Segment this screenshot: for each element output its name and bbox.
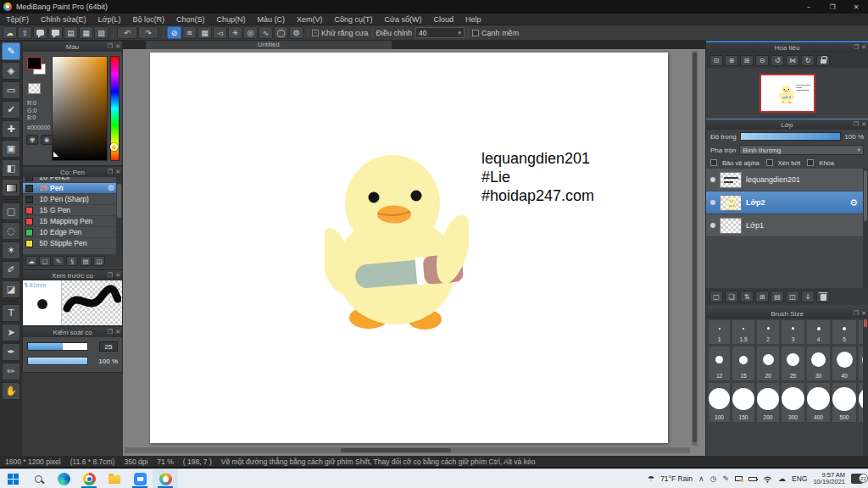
navigator-header[interactable]: Hoa tiêu ❐✕ <box>706 42 868 53</box>
chat-panel-button[interactable] <box>48 26 63 39</box>
snap-off-button[interactable]: ⊘ <box>167 26 181 39</box>
close-button[interactable]: ✕ <box>844 0 868 14</box>
brush-size-scrollbar[interactable] <box>863 319 868 456</box>
eraser-tool[interactable]: ◈ <box>2 62 20 80</box>
select-pen-tool[interactable]: ✐ <box>2 261 20 279</box>
saturation-value-picker[interactable] <box>52 56 108 161</box>
close-icon[interactable]: ✕ <box>115 272 120 279</box>
palette-add-button[interactable]: ❀ <box>41 135 53 145</box>
menu-item-window[interactable]: Cửa sổ(W) <box>379 14 428 25</box>
hand-tool[interactable]: ✋ <box>2 382 20 400</box>
operation-tool[interactable]: ➤ <box>2 324 20 341</box>
pen-tray-icon[interactable]: ✎ <box>722 474 729 483</box>
brush-row-g-pen[interactable]: 15G Pen <box>23 205 116 216</box>
layer-list-scrollbar[interactable] <box>863 169 868 288</box>
brush-size-option[interactable]: 40 <box>832 346 857 381</box>
document-button[interactable]: ▤ <box>64 26 78 39</box>
layer-opacity-slider[interactable] <box>740 132 842 141</box>
select-rect-tool[interactable]: ▢ <box>2 202 20 220</box>
magic-wand-tool[interactable]: ✶ <box>2 241 20 259</box>
rotate-cw-button[interactable]: ↻ <box>801 55 815 66</box>
close-icon[interactable]: ✕ <box>115 169 120 175</box>
layer-visibility-toggle[interactable] <box>710 200 715 205</box>
snap-ellipse-button[interactable]: ◯ <box>274 26 288 39</box>
onedrive-icon[interactable]: ☁ <box>778 474 786 483</box>
divide-tool[interactable]: ✏ <box>2 363 20 380</box>
move-tool[interactable]: ✚ <box>2 120 20 138</box>
brush-size-option[interactable]: 25 <box>781 346 805 381</box>
new-layer-button[interactable]: ▢ <box>709 291 723 302</box>
preview-panel-header[interactable]: Xem trước cọ ❐✕ <box>23 270 122 280</box>
brush-row-pen[interactable]: 25Pen⚙ <box>23 183 116 194</box>
cloud-button[interactable]: ☁ <box>3 26 17 39</box>
close-icon[interactable]: ✕ <box>861 44 866 51</box>
comment-button[interactable] <box>33 26 47 39</box>
brush-size-value[interactable]: 25 <box>99 341 118 352</box>
menu-item-tools[interactable]: Công cụ(T) <box>329 14 379 25</box>
menu-item-help[interactable]: Help <box>459 14 487 25</box>
snap-grid-button[interactable]: ▦ <box>198 26 212 39</box>
brush-size-option[interactable]: 2 <box>756 319 780 345</box>
display-tray-icon[interactable] <box>735 476 743 481</box>
brush-new-button[interactable]: ▢ <box>39 256 51 266</box>
lock-view-button[interactable] <box>816 55 830 66</box>
clipping-checkbox[interactable]: Xén bớt <box>766 159 801 167</box>
brush-size-option[interactable]: 15 <box>732 346 755 381</box>
brush-row-edge-pen[interactable]: 10Edge Pen <box>23 227 116 238</box>
foreground-color-swatch[interactable] <box>27 57 42 69</box>
redo-button[interactable]: ↷ <box>138 26 159 39</box>
menu-item-file[interactable]: Tệp(F) <box>0 14 35 25</box>
canvas-vertical-scrollbar[interactable] <box>692 51 698 446</box>
brush-tool[interactable]: ✎ <box>2 42 20 60</box>
zoom-reset-button[interactable]: ⊡ <box>709 55 723 66</box>
brush-size-option[interactable]: 20 <box>756 346 780 381</box>
taskbar-edge-button[interactable] <box>51 469 76 488</box>
brush-size-option[interactable]: 30 <box>806 346 831 381</box>
notification-center-button[interactable]: 22 <box>851 474 863 484</box>
snap-parallel-button[interactable]: ≋ <box>182 26 197 39</box>
brush-row-pen-sharp[interactable]: 10Pen (Sharp) <box>23 194 116 205</box>
brush-edit-button[interactable]: ✎ <box>53 256 64 266</box>
canvas-tab-untitled[interactable]: Untitled <box>146 41 392 49</box>
select-eraser-tool[interactable]: ◪ <box>2 280 20 298</box>
delete-layer-button[interactable] <box>816 291 830 302</box>
clock-tray-icon[interactable]: ◷ <box>710 474 717 483</box>
popout-icon[interactable]: ❐ <box>108 272 113 279</box>
popout-icon[interactable]: ❐ <box>854 121 859 128</box>
brush-size-option[interactable]: 500 <box>832 382 857 423</box>
protect-alpha-checkbox[interactable]: Bảo vệ alpha <box>710 159 760 167</box>
brush-size-option[interactable]: 3 <box>781 319 805 345</box>
brush-row-pencil[interactable]: 20Pencil <box>23 177 116 183</box>
brush-size-option[interactable]: 12 <box>708 346 731 381</box>
brush-size-option[interactable]: 4 <box>806 319 831 345</box>
snap-settings-button[interactable]: ⚙ <box>289 26 303 39</box>
rotate-reset-button[interactable]: ⋈ <box>786 55 799 66</box>
brush-size-option[interactable]: 200 <box>756 382 780 423</box>
close-icon[interactable]: ✕ <box>115 329 120 336</box>
control-panel-header[interactable]: Kiểm soát cọ ❐✕ <box>23 327 122 337</box>
brush-panel-header[interactable]: Cọ: Pen ❐✕ <box>23 167 122 177</box>
popout-icon[interactable]: ❐ <box>854 44 859 51</box>
popout-icon[interactable]: ❐ <box>854 310 859 317</box>
brush-size-option[interactable]: 150 <box>732 382 755 423</box>
polyline-tool[interactable]: ✔ <box>2 101 20 119</box>
bucket-tool[interactable]: ◧ <box>2 159 20 177</box>
tray-expand-chevron[interactable]: ∧ <box>698 474 704 483</box>
brush-copy-button[interactable]: ◫ <box>93 256 105 266</box>
close-icon[interactable]: ✕ <box>115 43 120 50</box>
merge-layer-button[interactable]: ⇓ <box>801 291 815 302</box>
menu-item-filter[interactable]: Bộ lọc(R) <box>126 14 170 25</box>
snap-vanishing-button[interactable]: ◅ <box>213 26 227 39</box>
menu-item-layer[interactable]: Lớp(L) <box>92 14 127 25</box>
layer-row-lop2[interactable]: Lớp2 ⚙ <box>706 191 863 214</box>
layer-settings-icon[interactable]: ⚙ <box>849 197 858 208</box>
taskbar-chrome-button[interactable] <box>76 469 102 488</box>
menu-item-select[interactable]: Chọn(S) <box>170 14 211 25</box>
snap-radial-button[interactable]: ✳ <box>228 26 242 39</box>
color-panel-header[interactable]: Màu ❐✕ <box>23 42 122 52</box>
brush-settings-icon[interactable]: ⚙ <box>108 184 114 192</box>
layer-folder-button[interactable]: ▤ <box>771 291 784 302</box>
brush-size-option[interactable]: 1.5 <box>732 319 755 345</box>
brush-size-header[interactable]: Brush Size ❐✕ <box>706 308 868 319</box>
taskbar-explorer-button[interactable] <box>102 469 127 488</box>
